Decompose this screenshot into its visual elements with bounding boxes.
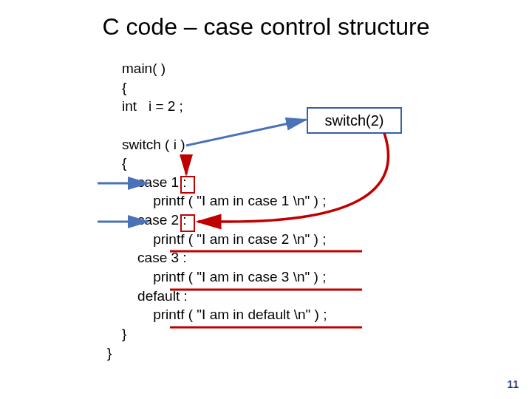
code-line-0: main( ) — [122, 61, 166, 76]
code-line-8: case 2 : — [122, 212, 187, 228]
code-line-6: case 1 : — [122, 174, 187, 190]
switch-callout-label: switch(2) — [324, 112, 383, 129]
code-block: main( ) { int i = 2 ; switch ( i ) { cas… — [122, 59, 327, 362]
code-line-4: switch ( i ) — [122, 137, 185, 152]
code-line-7: printf ( "I am in case 1 \n" ) ; — [122, 193, 326, 208]
code-line-1: { — [122, 80, 126, 95]
code-line-9: printf ( "I am in case 2 \n" ) ; — [122, 231, 326, 247]
slide-title: C code – case control structure — [0, 13, 532, 41]
page-number: 11 — [507, 378, 519, 390]
code-line-15: } — [107, 345, 112, 361]
code-line-12: default : — [122, 288, 188, 304]
highlight-box-case2 — [180, 214, 195, 232]
code-line-10: case 3 : — [122, 250, 187, 265]
code-line-2: int i = 2 ; — [122, 98, 183, 114]
switch-callout: switch(2) — [307, 107, 402, 134]
highlight-box-case1 — [180, 176, 195, 194]
code-line-5: { — [122, 155, 126, 171]
code-line-13: printf ( "I am in default \n" ) ; — [122, 307, 327, 322]
code-line-11: printf ( "I am in case 3 \n" ) ; — [122, 269, 326, 284]
code-line-14: } — [122, 326, 126, 341]
